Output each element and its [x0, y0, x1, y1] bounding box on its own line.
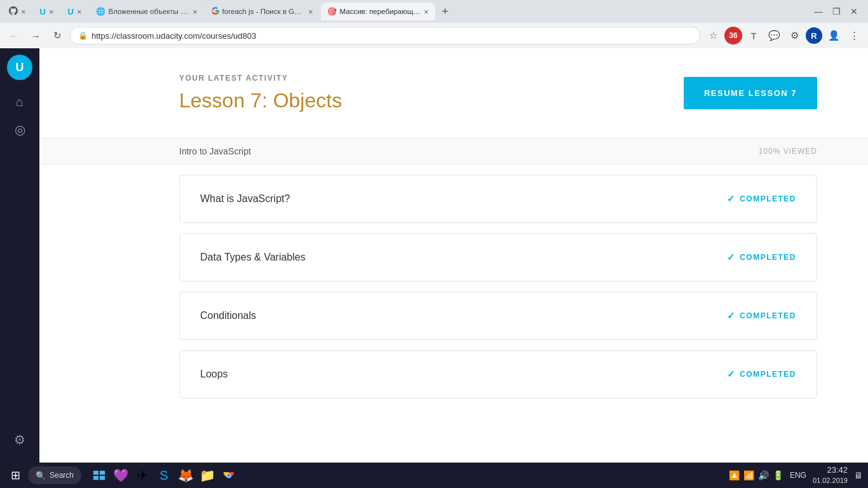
svg-rect-1	[100, 471, 105, 475]
forward-button[interactable]: →	[27, 27, 44, 44]
lesson-card-title: Loops	[200, 369, 228, 380]
taskbar-app-filemanager[interactable]: 📁	[197, 465, 217, 485]
lessons-area: What is JavaScript? ✓ COMPLETED Data Typ…	[39, 165, 868, 459]
check-icon: ✓	[727, 369, 736, 380]
tab-favicon-6: 🎯	[327, 7, 337, 16]
tab-favicon-1	[9, 6, 18, 17]
cast-icon[interactable]: 36	[724, 27, 742, 44]
tab-close-3[interactable]: ×	[77, 7, 82, 17]
address-bar-row: ← → ↻ 🔒 https://classroom.udacity.com/co…	[0, 23, 868, 48]
maximize-button[interactable]: ❐	[830, 5, 843, 18]
tab-udacity-icon[interactable]: U ×	[34, 3, 60, 20]
clock-date: 01.02.2019	[813, 476, 848, 485]
check-icon: ✓	[727, 252, 736, 263]
taskbar-search-text: Search	[50, 471, 74, 480]
tab-favicon-4: 🌐	[96, 7, 105, 16]
address-field[interactable]: 🔒 https://classroom.udacity.com/courses/…	[70, 27, 700, 44]
menu-icon[interactable]: ⋮	[845, 27, 863, 44]
notification-icon[interactable]: 🖥	[854, 470, 863, 480]
tab-array-methods[interactable]: 🎯 Массив: перебирающие мето... ×	[321, 3, 435, 20]
tab-bar: × U × U × 🌐 Вложенные объекты и массив..…	[0, 0, 868, 23]
lesson-card[interactable]: Conditionals ✓ COMPLETED	[179, 292, 817, 340]
lesson-card[interactable]: Loops ✓ COMPLETED	[179, 350, 817, 398]
hangouts-icon[interactable]: 💬	[765, 27, 783, 44]
sidebar: U ⌂ ◎ ⚙ ⎋	[0, 48, 39, 488]
taskbar-app-telegram[interactable]: ✈	[132, 465, 153, 485]
sidebar-item-home[interactable]: ⌂	[7, 89, 32, 114]
tab-close-5[interactable]: ×	[308, 7, 313, 17]
person-icon[interactable]: 👤	[825, 27, 843, 44]
lesson-card-status: ✓ COMPLETED	[727, 252, 796, 263]
svg-rect-3	[100, 476, 105, 480]
course-header-bar: Intro to JavaScript 100% VIEWED	[39, 138, 868, 165]
lock-icon: 🔒	[78, 31, 88, 40]
svg-rect-0	[93, 471, 98, 475]
browser-toolbar-icons: ☆ 36 T 💬 ⚙ R 👤 ⋮	[704, 27, 863, 44]
viewed-label: 100% VIEWED	[759, 147, 817, 156]
tab-close-6[interactable]: ×	[424, 7, 429, 17]
sidebar-item-compass[interactable]: ◎	[7, 117, 32, 142]
taskbar-app-firefox[interactable]: 🦊	[175, 465, 196, 485]
lesson-card-title: Data Types & Variables	[200, 252, 306, 263]
tab-embedded-objects[interactable]: 🌐 Вложенные объекты и массив... ×	[90, 3, 204, 20]
check-icon: ✓	[727, 193, 736, 205]
tab-favicon-5	[212, 7, 219, 17]
new-tab-button[interactable]: +	[437, 3, 454, 20]
sidebar-item-settings[interactable]: ⚙	[7, 427, 32, 452]
browser-chrome: × U × U × 🌐 Вложенные объекты и массив..…	[0, 0, 868, 49]
back-button[interactable]: ←	[5, 27, 23, 44]
taskbar-clock[interactable]: 23:42 01.02.2019	[813, 465, 848, 485]
lesson-card-status: ✓ COMPLETED	[727, 310, 796, 322]
svg-rect-2	[93, 476, 98, 480]
minimize-button[interactable]: —	[812, 5, 825, 18]
star-icon[interactable]: ☆	[704, 27, 722, 44]
check-icon: ✓	[727, 310, 736, 322]
home-icon: ⌂	[16, 95, 24, 109]
tab-title-5: foreach js - Поиск в Google	[222, 8, 305, 15]
taskbar-search[interactable]: 🔍 Search	[28, 466, 81, 484]
lesson-title: Lesson 7: Objects	[179, 89, 342, 112]
close-button[interactable]: ✕	[848, 5, 860, 18]
activity-label: YOUR LATEST ACTIVITY	[179, 74, 342, 83]
taskbar: ⊞ 🔍 Search 💜 ✈ S 🦊 📁	[0, 463, 868, 488]
taskbar-right: 🔼 📶 🔊 🔋 ENG 23:42 01.02.2019 🖥	[729, 465, 863, 485]
tab-title-4: Вложенные объекты и массив...	[109, 8, 189, 15]
course-name: Intro to JavaScript	[179, 146, 251, 156]
tab-github[interactable]: ×	[3, 3, 32, 20]
lesson-card[interactable]: What is JavaScript? ✓ COMPLETED	[179, 175, 817, 223]
compass-icon: ◎	[15, 122, 25, 137]
tab-close-1[interactable]: ×	[21, 7, 26, 17]
search-icon: 🔍	[36, 471, 46, 480]
taskbar-app-skype[interactable]: S	[154, 465, 174, 485]
lang-indicator: ENG	[790, 471, 806, 480]
resume-lesson-button[interactable]: RESUME LESSON 7	[684, 77, 817, 109]
tab-close-4[interactable]: ×	[193, 7, 198, 17]
taskbar-app-viber[interactable]: 💜	[111, 465, 131, 485]
lesson-card-title: What is JavaScript?	[200, 193, 290, 205]
lesson-card-title: Conditionals	[200, 310, 256, 322]
address-text: https://classroom.udacity.com/courses/ud…	[92, 31, 256, 41]
taskbar-app-explorer[interactable]	[89, 465, 109, 485]
volume-icon[interactable]: 🔊	[758, 470, 769, 480]
start-button[interactable]: ⊞	[5, 465, 25, 485]
translate-icon[interactable]: T	[745, 27, 763, 44]
profile-icon-r[interactable]: R	[806, 27, 822, 44]
lesson-card[interactable]: Data Types & Variables ✓ COMPLETED	[179, 233, 817, 281]
reload-button[interactable]: ↻	[48, 27, 66, 44]
tab-udacity-icon2[interactable]: U ×	[62, 3, 88, 20]
extension-icon[interactable]: ⚙	[785, 27, 803, 44]
taskbar-app-chrome[interactable]	[219, 465, 239, 485]
svg-point-6	[227, 474, 231, 477]
lesson-card-status: ✓ COMPLETED	[727, 193, 796, 205]
tab-close-2[interactable]: ×	[49, 7, 54, 17]
clock-time: 23:42	[813, 465, 848, 476]
tab-favicon-3: U	[68, 7, 74, 17]
tab-google-search[interactable]: foreach js - Поиск в Google ×	[205, 3, 320, 20]
hero-area: YOUR LATEST ACTIVITY Lesson 7: Objects R…	[39, 48, 868, 138]
battery-icon[interactable]: 🔋	[773, 470, 783, 480]
window-controls: — ❐ ✕	[812, 5, 865, 18]
wifi-icon[interactable]: 📶	[743, 470, 754, 480]
lesson-card-status: ✓ COMPLETED	[727, 369, 796, 380]
chevron-up-icon[interactable]: 🔼	[729, 470, 740, 480]
sidebar-logo[interactable]: U	[7, 55, 32, 80]
